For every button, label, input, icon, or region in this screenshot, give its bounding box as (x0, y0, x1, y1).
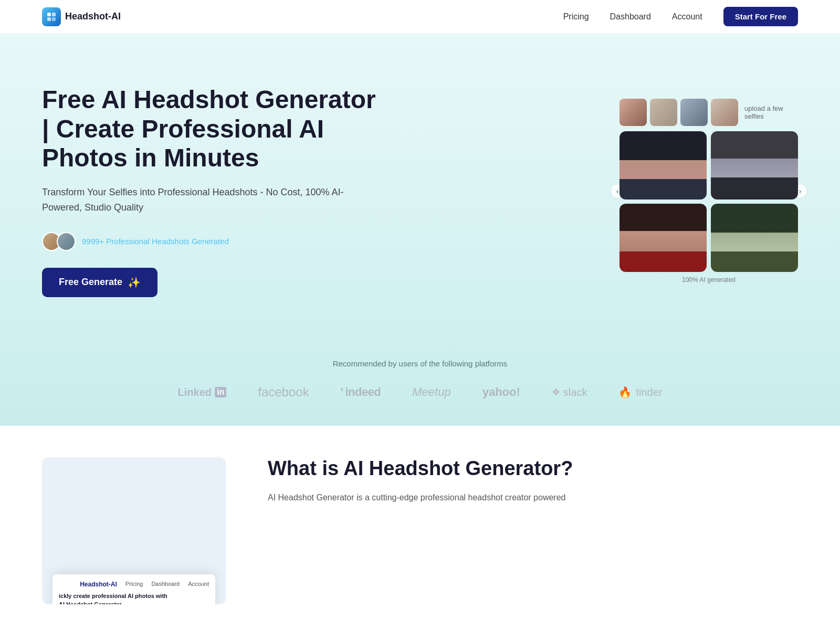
photo-cell-man1 (711, 131, 798, 200)
avatar-stack (42, 232, 76, 251)
nav-links: Pricing Dashboard Account Start For Free (563, 7, 798, 26)
hero-subtitle: Transform Your Selfies into Professional… (42, 185, 383, 215)
selfie-thumb-male2 (711, 99, 738, 126)
nav-link-dashboard[interactable]: Dashboard (610, 12, 651, 22)
linkedin-in: in (215, 387, 226, 397)
generated-photo-grid (620, 131, 798, 272)
meetup-logo: Meetup (412, 385, 450, 399)
photo-cell-woman1 (620, 131, 707, 200)
app-screenshot: Headshot-AI Pricing Dashboard Account ic… (42, 457, 226, 604)
screenshot-nav-pricing: Pricing (125, 581, 143, 588)
facebook-logo: facebook (258, 385, 309, 400)
what-is-text: AI Headshot Generator is a cutting-edge … (268, 490, 798, 505)
nav-link-account[interactable]: Account (672, 12, 702, 22)
screenshot-inner: Headshot-AI Pricing Dashboard Account ic… (52, 574, 215, 604)
ai-generated-label: 100% AI generated (620, 276, 798, 284)
photo-cell-woman2 (620, 204, 707, 272)
screenshot-logo: Headshot-AI (80, 581, 117, 588)
hero-image-showcase: ‹ › upload a few selfies (620, 99, 798, 284)
svg-rect-1 (52, 13, 56, 16)
what-is-title: What is AI Headshot Generator? (268, 457, 798, 480)
tinder-text: tinder (636, 386, 662, 398)
screenshot-nav-account: Account (188, 581, 209, 588)
hero-title: Free AI Headshot Generator | Create Prof… (42, 85, 383, 172)
linkedin-logo: Linkedin (178, 386, 227, 398)
hero-left: Free AI Headshot Generator | Create Prof… (42, 85, 383, 297)
indeed-text2: indeed (345, 385, 381, 399)
logo-text: Headshot-AI (65, 11, 121, 22)
selfie-thumbs (620, 99, 738, 126)
hero-section: Free AI Headshot Generator | Create Prof… (0, 34, 840, 338)
indeed-text: ' (341, 385, 343, 399)
what-is-section: Headshot-AI Pricing Dashboard Account ic… (0, 426, 840, 630)
selfie-upload-row: upload a few selfies (620, 99, 798, 126)
screenshot-text: ickly create professional AI photos with… (59, 592, 209, 604)
facebook-text: facebook (258, 385, 309, 400)
screenshot-nav: Headshot-AI Pricing Dashboard Account (59, 581, 209, 588)
photo-cell-man2 (711, 204, 798, 272)
social-proof: 9999+ Professional Headshots Generated (42, 232, 383, 251)
free-generate-label: Free Generate (59, 277, 122, 288)
svg-rect-2 (47, 17, 51, 21)
selfie-thumb-hat (650, 99, 677, 126)
slack-text: slack (563, 386, 587, 398)
platforms-title: Recommended by users of the following pl… (42, 359, 798, 368)
nav-link-pricing[interactable]: Pricing (563, 12, 589, 22)
logo-icon (42, 7, 61, 26)
slack-icon: ❖ (552, 386, 560, 398)
what-is-content: What is AI Headshot Generator? AI Headsh… (268, 457, 798, 505)
slack-logo: ❖ slack (552, 386, 587, 398)
meetup-text: Meetup (412, 385, 450, 399)
screenshot-nav-dashboard: Dashboard (151, 581, 180, 588)
indeed-logo: 'indeed (341, 385, 381, 399)
svg-rect-0 (47, 13, 51, 16)
free-generate-button[interactable]: Free Generate ✨ (42, 268, 158, 297)
yahoo-logo: yahoo! (482, 385, 520, 399)
logo-link[interactable]: Headshot-AI (42, 7, 121, 26)
yahoo-text: yahoo! (482, 385, 520, 399)
selfie-thumb-female (620, 99, 647, 126)
social-proof-text: 9999+ Professional Headshots Generated (82, 237, 229, 246)
platforms-section: Recommended by users of the following pl… (0, 338, 840, 426)
start-free-button[interactable]: Start For Free (723, 7, 798, 26)
selfie-label: upload a few selfies (744, 104, 798, 120)
selfie-thumb-male1 (680, 99, 708, 126)
platforms-logos: Linkedin facebook 'indeed Meetup yahoo! … (42, 385, 798, 400)
sparkle-icon: ✨ (128, 276, 141, 289)
navbar: Headshot-AI Pricing Dashboard Account St… (0, 0, 840, 34)
tinder-flame-icon: 🔥 (618, 386, 632, 398)
linkedin-text: Linked (178, 386, 212, 398)
svg-rect-3 (52, 17, 56, 21)
tinder-logo: 🔥 tinder (618, 386, 662, 398)
avatar (57, 232, 76, 251)
